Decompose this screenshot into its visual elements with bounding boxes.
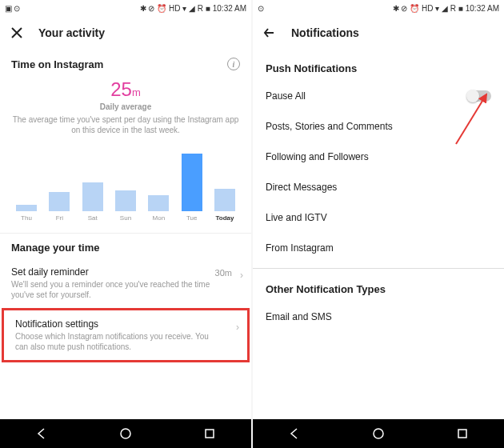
svg-rect-4	[458, 430, 466, 438]
back-arrow-icon[interactable]	[262, 26, 277, 40]
nav-recent-icon[interactable]	[202, 426, 218, 442]
chart-bar: Fri	[47, 192, 71, 222]
daily-average-label: Daily average	[11, 102, 240, 111]
from-instagram-row[interactable]: From Instagram	[253, 233, 504, 263]
android-nav-bar	[253, 419, 504, 448]
email-sms-row[interactable]: Email and SMS	[253, 302, 504, 332]
other-notification-types-heading: Other Notification Types	[253, 274, 504, 302]
direct-messages-row[interactable]: Direct Messages	[253, 172, 504, 202]
highlight-annotation: Notification settings Choose which Insta…	[2, 308, 250, 362]
posts-stories-comments-row[interactable]: Posts, Stories and Comments	[253, 111, 504, 142]
svg-rect-1	[206, 430, 214, 438]
chart-bar: Thu	[14, 205, 38, 222]
app-bar: Your activity	[0, 16, 251, 50]
app-bar: Notifications	[253, 16, 504, 50]
android-nav-bar	[0, 419, 251, 448]
close-icon[interactable]	[10, 26, 24, 40]
svg-point-0	[121, 429, 130, 438]
time-heading: Time on Instagram i	[0, 50, 251, 75]
nav-home-icon[interactable]	[370, 426, 386, 442]
following-followers-row[interactable]: Following and Followers	[253, 142, 504, 172]
daily-average-value: 25m	[11, 78, 240, 101]
chevron-right-icon: ›	[240, 270, 243, 281]
status-bar: ⊙ ✱ ⊘ ⏰ HD ▾ ◢ R ■10:32 AM	[253, 0, 504, 16]
manage-heading: Manage your time	[0, 234, 251, 258]
chart-bar: Today	[213, 189, 237, 222]
set-daily-reminder-row[interactable]: Set daily reminder We'll send you a remi…	[0, 258, 251, 308]
nav-home-icon[interactable]	[118, 426, 134, 442]
pause-all-row[interactable]: Pause All	[253, 81, 504, 111]
your-activity-screen: ▣⊙ ✱ ⊘ ⏰ HD ▾ ◢ R ■10:32 AM Your activit…	[0, 0, 251, 448]
nav-recent-icon[interactable]	[454, 426, 470, 442]
chart-bar: Mon	[146, 195, 170, 222]
daily-average-desc: The average time you've spent per day us…	[11, 114, 240, 135]
chevron-right-icon: ›	[236, 322, 239, 333]
page-title: Notifications	[291, 26, 359, 39]
chart-bar: Tue	[180, 154, 204, 222]
svg-point-3	[374, 429, 383, 438]
pause-all-toggle[interactable]	[467, 90, 491, 102]
nav-back-icon[interactable]	[34, 426, 50, 442]
info-icon[interactable]: i	[227, 58, 240, 70]
chart-bar: Sat	[81, 182, 105, 222]
push-notifications-heading: Push Notifications	[253, 53, 504, 81]
notification-settings-row[interactable]: Notification settings Choose which Insta…	[4, 310, 247, 360]
chart-bar: Sun	[114, 190, 138, 222]
nav-back-icon[interactable]	[286, 426, 302, 442]
page-title: Your activity	[38, 26, 105, 39]
notifications-screen: ⊙ ✱ ⊘ ⏰ HD ▾ ◢ R ■10:32 AM Notifications…	[253, 0, 504, 448]
usage-chart: 25m Daily average The average time you'v…	[0, 75, 251, 228]
status-bar: ▣⊙ ✱ ⊘ ⏰ HD ▾ ◢ R ■10:32 AM	[0, 0, 251, 16]
live-igtv-row[interactable]: Live and IGTV	[253, 202, 504, 233]
